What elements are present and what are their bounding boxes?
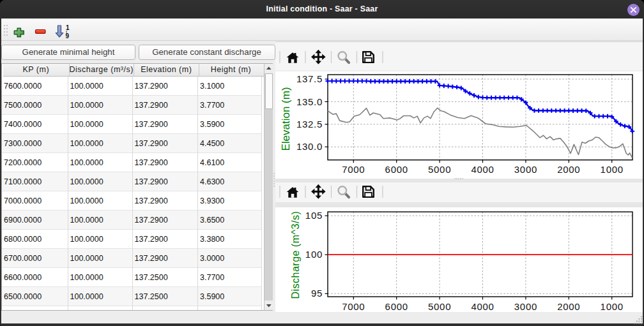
svg-text:5000: 5000 bbox=[428, 300, 451, 311]
svg-text:5000: 5000 bbox=[428, 164, 451, 175]
svg-text:132.5: 132.5 bbox=[296, 119, 323, 130]
svg-text:4000: 4000 bbox=[471, 300, 494, 311]
svg-text:95: 95 bbox=[311, 288, 323, 299]
svg-text:6000: 6000 bbox=[385, 164, 408, 175]
svg-text:3000: 3000 bbox=[514, 164, 537, 175]
svg-text:1000: 1000 bbox=[601, 164, 624, 175]
svg-text:100: 100 bbox=[305, 249, 323, 260]
svg-text:105: 105 bbox=[305, 210, 323, 221]
svg-text:135.0: 135.0 bbox=[296, 96, 323, 107]
svg-text:Discharge (m^3/s): Discharge (m^3/s) bbox=[291, 211, 302, 299]
svg-text:3000: 3000 bbox=[514, 300, 537, 311]
svg-text:2000: 2000 bbox=[557, 164, 580, 175]
svg-text:7000: 7000 bbox=[342, 164, 365, 175]
svg-text:4000: 4000 bbox=[471, 164, 494, 175]
svg-text:9: 9 bbox=[66, 33, 70, 40]
svg-text:Elevation (m): Elevation (m) bbox=[280, 87, 292, 151]
svg-text:1: 1 bbox=[66, 24, 70, 31]
svg-text:1000: 1000 bbox=[601, 300, 624, 311]
svg-text:2000: 2000 bbox=[557, 300, 580, 311]
svg-text:137.5: 137.5 bbox=[296, 73, 323, 84]
svg-text:130.0: 130.0 bbox=[296, 141, 323, 152]
svg-text:6000: 6000 bbox=[385, 300, 408, 311]
svg-text:7000: 7000 bbox=[342, 300, 365, 311]
